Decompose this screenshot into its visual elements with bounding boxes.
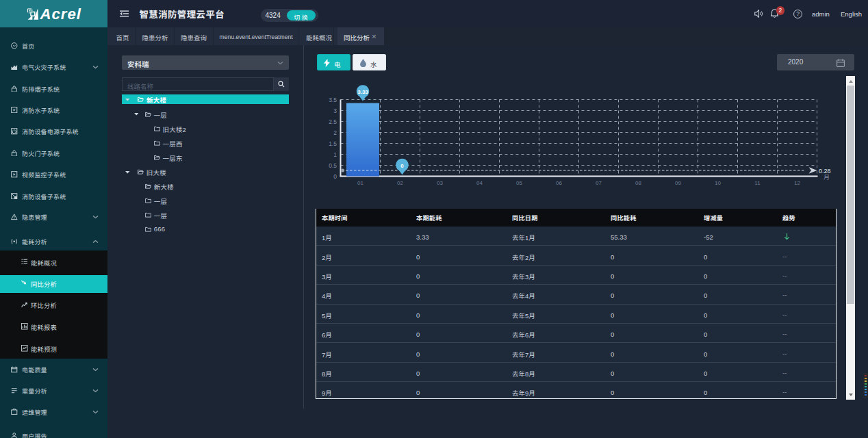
svg-text:3.33: 3.33 — [357, 89, 368, 95]
svg-text:02: 02 — [397, 180, 403, 186]
svg-text:04: 04 — [476, 180, 483, 186]
svg-text:12: 12 — [794, 180, 800, 186]
svg-text:0.5: 0.5 — [329, 162, 337, 169]
svg-text:2.5: 2.5 — [329, 118, 337, 125]
svg-text:03: 03 — [437, 180, 443, 186]
svg-text:3: 3 — [333, 107, 337, 114]
svg-text:10: 10 — [715, 180, 721, 186]
svg-text:0: 0 — [333, 173, 337, 180]
svg-text:2: 2 — [333, 129, 337, 136]
svg-text:09: 09 — [675, 180, 681, 186]
svg-text:1: 1 — [333, 151, 337, 158]
svg-text:月: 月 — [824, 174, 830, 181]
svg-text:08: 08 — [635, 180, 641, 186]
svg-text:06: 06 — [556, 180, 562, 186]
svg-text:Acrel: Acrel — [40, 8, 82, 21]
svg-text:01: 01 — [357, 180, 363, 186]
svg-text:3.5: 3.5 — [329, 96, 337, 103]
svg-text:0: 0 — [400, 163, 404, 169]
svg-text:07: 07 — [596, 180, 602, 186]
svg-text:05: 05 — [516, 180, 522, 186]
svg-text:11: 11 — [754, 180, 761, 186]
svg-text:1.5: 1.5 — [329, 140, 337, 147]
svg-text:0.28: 0.28 — [819, 168, 831, 175]
